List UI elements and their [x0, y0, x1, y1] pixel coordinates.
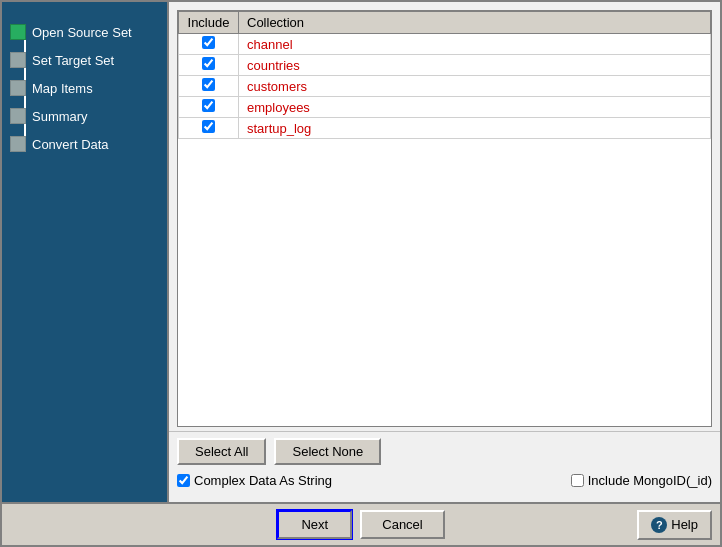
- include-cell: [179, 55, 239, 76]
- include-header: Include: [179, 12, 239, 34]
- sidebar-label-map-items: Map Items: [32, 81, 93, 96]
- complex-data-option: Complex Data As String: [177, 473, 332, 488]
- collection-cell: channel: [239, 34, 711, 55]
- gray-icon-1: [10, 52, 26, 68]
- row-checkbox-4[interactable]: [202, 120, 215, 133]
- collections-table-container: Include Collection channelcountriescusto…: [177, 10, 712, 427]
- sidebar: Open Source Set Set Target Set Map Items…: [2, 2, 167, 502]
- help-button[interactable]: ? Help: [637, 510, 712, 540]
- sidebar-label-summary: Summary: [32, 109, 88, 124]
- table-row: employees: [179, 97, 711, 118]
- complex-data-label: Complex Data As String: [194, 473, 332, 488]
- sidebar-item-summary[interactable]: Summary: [2, 102, 167, 130]
- table-row: channel: [179, 34, 711, 55]
- include-cell: [179, 34, 239, 55]
- gray-icon-2: [10, 80, 26, 96]
- include-cell: [179, 97, 239, 118]
- help-icon: ?: [651, 517, 667, 533]
- collection-cell: countries: [239, 55, 711, 76]
- sidebar-label-convert-data: Convert Data: [32, 137, 109, 152]
- main-content: Include Collection channelcountriescusto…: [167, 2, 720, 502]
- row-checkbox-0[interactable]: [202, 36, 215, 49]
- gray-icon-4: [10, 136, 26, 152]
- collection-cell: employees: [239, 97, 711, 118]
- sidebar-label-set-target-set: Set Target Set: [32, 53, 114, 68]
- bottom-controls: Select All Select None Complex Data As S…: [169, 431, 720, 502]
- selection-buttons-row: Select All Select None: [177, 438, 712, 465]
- collections-table: Include Collection channelcountriescusto…: [178, 11, 711, 139]
- sidebar-item-convert-data[interactable]: Convert Data: [2, 130, 167, 158]
- include-cell: [179, 76, 239, 97]
- select-all-button[interactable]: Select All: [177, 438, 266, 465]
- sidebar-item-map-items[interactable]: Map Items: [2, 74, 167, 102]
- gray-icon-3: [10, 108, 26, 124]
- cancel-button[interactable]: Cancel: [360, 510, 444, 539]
- mongodb-id-label: Include MongoID(_id): [588, 473, 712, 488]
- mongodb-id-checkbox[interactable]: [571, 474, 584, 487]
- footer: Next Cancel ? Help: [2, 502, 720, 545]
- options-row: Complex Data As String Include MongoID(_…: [177, 473, 712, 488]
- row-checkbox-2[interactable]: [202, 78, 215, 91]
- collection-cell: customers: [239, 76, 711, 97]
- main-window: Open Source Set Set Target Set Map Items…: [0, 0, 722, 547]
- table-row: startup_log: [179, 118, 711, 139]
- mongodb-id-option: Include MongoID(_id): [571, 473, 712, 488]
- sidebar-item-open-source-set[interactable]: Open Source Set: [2, 18, 167, 46]
- row-checkbox-1[interactable]: [202, 57, 215, 70]
- row-checkbox-3[interactable]: [202, 99, 215, 112]
- next-button[interactable]: Next: [277, 510, 352, 539]
- collection-header: Collection: [239, 12, 711, 34]
- table-row: countries: [179, 55, 711, 76]
- select-none-button[interactable]: Select None: [274, 438, 381, 465]
- sidebar-item-set-target-set[interactable]: Set Target Set: [2, 46, 167, 74]
- complex-data-checkbox[interactable]: [177, 474, 190, 487]
- help-label: Help: [671, 517, 698, 532]
- green-icon: [10, 24, 26, 40]
- collection-cell: startup_log: [239, 118, 711, 139]
- sidebar-label-open-source-set: Open Source Set: [32, 25, 132, 40]
- include-cell: [179, 118, 239, 139]
- table-row: customers: [179, 76, 711, 97]
